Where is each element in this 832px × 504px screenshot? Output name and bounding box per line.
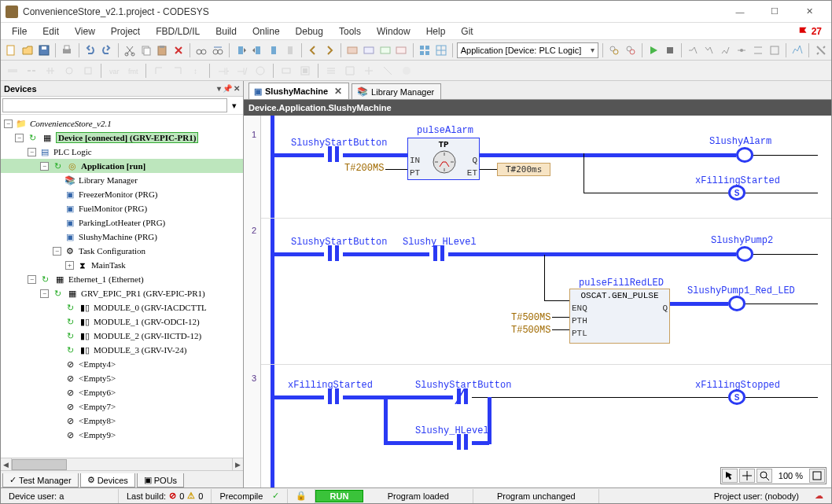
step-6-button[interactable] (767, 42, 782, 59)
ld-tool-12[interactable]: ⊣/⊢ (233, 62, 250, 79)
ld-tool-19[interactable] (379, 62, 396, 79)
coil[interactable] (736, 147, 753, 163)
ld-tool-5[interactable] (79, 62, 97, 79)
ld-tool-15[interactable] (296, 62, 314, 79)
copy-button[interactable] (138, 42, 153, 59)
contact-nc[interactable] (453, 388, 472, 404)
menu-fbd[interactable]: FBD/LD/IL (148, 24, 208, 39)
tree-maintask[interactable]: +⧗MainTask (1, 258, 243, 272)
logout-button[interactable] (623, 42, 638, 59)
tree-module-1[interactable]: ↻▮▯MODULE_1 (GRV-ODCI-12) (1, 315, 243, 329)
pan-tool-button[interactable] (739, 469, 755, 483)
tree-prg-parking[interactable]: ▣ParkingLotHeater (PRG) (1, 215, 243, 230)
ld-tool-16[interactable] (322, 62, 340, 79)
tree-empty-9[interactable]: ⊘<Empty9> (1, 428, 243, 442)
menu-help[interactable]: Help (418, 24, 454, 39)
tree-empty-6[interactable]: ⊘<Empty6> (1, 385, 243, 399)
messages-flag[interactable]: 27 (798, 26, 822, 37)
catalog-2-button[interactable] (362, 42, 377, 59)
menu-file[interactable]: File (4, 24, 35, 39)
step-3-button[interactable] (718, 42, 733, 59)
menu-debug[interactable]: Debug (288, 24, 331, 39)
bookmark-next-button[interactable] (250, 42, 265, 59)
ld-tool-6[interactable]: var (105, 62, 123, 79)
menu-tools[interactable]: Tools (331, 24, 369, 39)
menu-window[interactable]: Window (369, 24, 418, 39)
status-cloud[interactable]: ☁ (807, 489, 831, 503)
zoom-tool-button[interactable] (757, 469, 772, 483)
filter-dropdown-button[interactable]: ▾ (227, 98, 241, 112)
ld-tool-10[interactable]: ↕ (188, 62, 205, 79)
tree-device[interactable]: −↻▦Device [connected] (GRV-EPIC-PR1) (1, 131, 243, 145)
tree-task-config[interactable]: −⚙Task Configuration (1, 244, 243, 258)
undo-button[interactable] (83, 42, 98, 59)
ld-tool-11[interactable]: ⊣⊢ (214, 62, 231, 79)
ld-tool-20[interactable] (398, 62, 415, 79)
bookmark-prev-button[interactable] (234, 42, 248, 59)
catalog-4-button[interactable] (394, 42, 409, 59)
tree-prg-slushy[interactable]: ▣SlushyMachine (PRG) (1, 230, 243, 244)
fb-tp[interactable]: TP IN PT Q ET (407, 138, 480, 180)
step-1-button[interactable] (686, 42, 701, 59)
scroll-thumb[interactable] (12, 459, 67, 470)
tree-empty-7[interactable]: ⊘<Empty7> (1, 399, 243, 414)
tree-plc-logic[interactable]: −▤PLC Logic (1, 145, 243, 159)
active-application-combo[interactable]: Application [Device: PLC Logic] (457, 42, 598, 58)
view-2-button[interactable] (433, 42, 448, 59)
tree-ethernet[interactable]: −↻▦Ethernet_1 (Ethernet) (1, 272, 243, 286)
close-button[interactable]: ✕ (792, 2, 826, 22)
tree-module-2[interactable]: ↻▮▯MODULE_2 (GRV-IICTD-12) (1, 329, 243, 343)
new-button[interactable] (4, 42, 19, 59)
bookmark-clear-button[interactable] (282, 42, 297, 59)
menu-project[interactable]: Project (103, 24, 148, 39)
menu-edit[interactable]: Edit (35, 24, 67, 39)
tree-module-0[interactable]: ↻▮▯MODULE_0 (GRV-IACDCTTL (1, 300, 243, 315)
tree-empty-4[interactable]: ⊘<Empty4> (1, 357, 243, 371)
scroll-left-button[interactable]: ◀ (1, 458, 12, 471)
panel-close-button[interactable]: ✕ (234, 84, 240, 93)
ld-tool-13[interactable] (252, 62, 269, 79)
redo-button[interactable] (99, 42, 114, 59)
start-button[interactable] (646, 42, 661, 59)
step-5-button[interactable] (751, 42, 766, 59)
tree-project-root[interactable]: −📁ConvenienceStore_v2.1 (1, 116, 243, 131)
step-2-button[interactable] (702, 42, 717, 59)
tree-library-manager[interactable]: 📚Library Manager (1, 173, 243, 187)
minimize-button[interactable]: — (723, 2, 757, 22)
coil-set[interactable] (728, 389, 745, 405)
catalog-3-button[interactable] (377, 42, 392, 59)
find-replace-button[interactable] (211, 42, 226, 59)
catalog-1-button[interactable] (345, 42, 360, 59)
tree-empty-8[interactable]: ⊘<Empty8> (1, 414, 243, 428)
fb-oscat[interactable]: OSCAT.GEN_PULSE ENQ PTH PTL Q (569, 289, 670, 344)
contact-no[interactable] (429, 245, 448, 261)
contact-no[interactable] (324, 146, 343, 162)
contact-no[interactable] (453, 434, 472, 450)
ld-tool-18[interactable] (360, 62, 377, 79)
ladder-canvas[interactable]: SlushyStartButton TP IN PT Q ET pulseAla… (261, 116, 831, 487)
tab-test-manager[interactable]: ✓Test Manager (2, 473, 79, 487)
ld-tool-3[interactable] (42, 62, 59, 79)
menu-online[interactable]: Online (245, 24, 288, 39)
navigate-forward-button[interactable] (322, 42, 337, 59)
tree-module-3[interactable]: ↻▮▯MODULE_3 (GRV-IV-24) (1, 343, 243, 357)
view-1-button[interactable] (418, 42, 433, 59)
tab-devices[interactable]: ⚙Devices (80, 473, 135, 487)
ld-tool-2[interactable] (23, 62, 40, 79)
tree-grv-epic[interactable]: −↻▦GRV_EPIC_PR1 (GRV-EPIC-PR1) (1, 286, 243, 300)
save-button[interactable] (36, 42, 51, 59)
coil[interactable] (728, 296, 745, 311)
navigate-back-button[interactable] (306, 42, 321, 59)
scroll-right-button[interactable]: ▶ (232, 458, 243, 471)
ld-tool-9[interactable] (169, 62, 186, 79)
menu-build[interactable]: Build (208, 24, 245, 39)
tree-application[interactable]: −↻◎Application [run] (1, 159, 243, 173)
print-button[interactable] (60, 42, 75, 59)
login-button[interactable] (607, 42, 622, 59)
tree-empty-5[interactable]: ⊘<Empty5> (1, 371, 243, 385)
maximize-button[interactable]: ☐ (757, 2, 792, 22)
editor-tab-library[interactable]: 📚 Library Manager (352, 83, 441, 99)
paste-button[interactable] (155, 42, 170, 59)
ld-tool-14[interactable] (278, 62, 295, 79)
tree-scrollbar[interactable]: ◀ ▶ (1, 458, 243, 470)
